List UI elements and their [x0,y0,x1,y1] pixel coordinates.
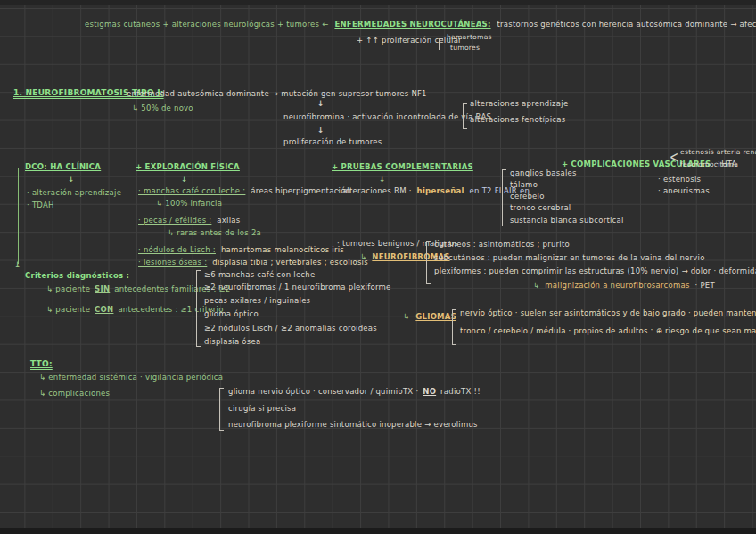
heading-criterios: Criterios diagnósticos : [25,272,129,280]
tto-c1-pre: glioma nervio óptico · conservador / qui… [228,387,418,396]
page-top-edge [0,0,756,5]
brace-vasculares: < [670,148,678,167]
criterio-item: ≥2 nódulos Lisch / ≥2 anomalías coroidea… [204,325,377,333]
brace-neurofibromas [426,241,431,284]
nf1-denovo: ↳ 50% de novo [132,104,193,112]
pruebas-arrow: ↓ [379,175,386,184]
criterio-item: ≥6 manchas café con leche [204,271,315,279]
flow-arrow-1: ↓ [317,99,325,108]
criterio-item: glioma óptico [204,310,259,318]
lisch-label: · nódulos de Lisch : [138,245,216,254]
malignizacion-text: malignización a neurofibrosarcomas [545,281,689,290]
note-canvas[interactable]: estigmas cutáneos + alteraciones neuroló… [0,0,756,534]
connector-line [18,168,19,264]
exploracion-arrow: ↓ [181,175,188,184]
manchas-text: áreas hiperpigmentación [251,186,350,195]
manchas-sub: ↳ 100% infancia [156,200,222,208]
vasculares-item-1: · estenosis [658,176,701,184]
criterio-item: ≥2 neurofibromas / 1 neurofibroma plexif… [204,283,391,292]
pecas-text: axilas [217,216,240,225]
page-bottom-edge [0,528,756,534]
neurocutaneous-title: ENFERMEDADES NEUROCUTÁNEAS: [334,20,490,29]
nf1-intro: enfermedad autosómica dominante → mutaci… [127,90,427,98]
brace-gliomas [452,309,456,345]
criterios-sin: ↳ paciente SIN antecedentes familiares :… [46,285,231,293]
tto-c1-no: NO [423,387,436,396]
nf1-proliferacion: proliferación de tumores [284,138,382,146]
criterios-con-pre: ↳ paciente [46,305,90,314]
gliomas-label: GLIOMAS [415,312,456,321]
criterio-item: pecas axilares / inguinales [204,297,310,305]
vasculares-item-2: · aneurismas [658,187,710,195]
brace-alteraciones [463,103,467,129]
heading-exploracion: + EXPLORACIÓN FÍSICA [136,163,240,171]
connector-arrowhead: ↓ [14,260,21,269]
oseas-label: · lesiones óseas : [138,258,207,267]
pruebas-rm-line: · alteraciones RM · hiperseñal en T2 FLA… [337,187,530,195]
malignizacion-line: ↳ malignización a neurofibrosarcomas · P… [533,282,715,290]
exploracion-item-pecas: · pecas / efélides : axilas [138,217,240,225]
rm-highlight: hiperseñal [417,186,464,195]
pecas-sub: ↳ raras antes de los 2a [168,229,261,237]
nf1-brace-item-2: alteraciones fenotípicas [470,116,565,124]
criterios-sin-keyword: SIN [94,284,110,293]
tto-complicacion-2: cirugía si precisa [228,405,296,413]
dco-item-2: · TDAH [27,201,54,209]
rm-region: sustancia blanca subcortical [510,217,624,225]
nf1-neurofibromina: neurofibromina · activación incontrolada… [284,113,491,121]
vasculares-brace-top: estenosis arteria renal [680,149,756,156]
exploracion-item-lisch: · nódulos de Lisch : hamartomas melanocí… [138,246,344,254]
intro-line-rest: trastornos genéticos con herencia autosó… [497,20,756,29]
rm-pre: · alteraciones RM · [337,186,412,195]
oseas-text: displasia tibia ; vertebrales ; escolios… [212,258,368,267]
dco-arrow: ↓ [68,175,75,184]
hook-arrow: ↳ [533,281,539,290]
exploracion-item-oseas: · lesiones óseas : displasia tibia ; ver… [138,259,368,267]
heading-tto: TTO: [30,360,53,369]
vasculares-brace-bottom: feocromocitoma [680,161,738,168]
tto-item-2: ↳ complicaciones [39,390,110,398]
criterios-con-keyword: CON [94,305,113,314]
nf-item: plexiformes : pueden comprimir las estru… [434,267,756,275]
intro-line: estigmas cutáneos + alteraciones neuroló… [85,21,756,29]
malignizacion-pet: · PET [695,281,715,290]
heading-dco: DCO: HA CLÍNICA [25,163,101,171]
glioma-item: tronco / cerebelo / médula · propios de … [460,327,756,335]
dco-item-1: · alteración aprendizaje [27,189,121,197]
pecas-label: · pecas / efélides : [138,216,211,225]
intro-line-green: estigmas cutáneos + alteraciones neuroló… [85,20,328,29]
tto-complicacion-3: neurofibroma plexiforme sintomático inop… [228,421,478,429]
brace-rm-list [502,169,506,226]
hook-arrow: ↳ [360,252,366,261]
glioma-item: nervio óptico · suelen ser asintomáticos… [460,309,756,317]
flow-arrow-2: ↓ [317,126,325,135]
brace-item-tumores: tumores [450,45,480,52]
criterios-sin-pre: ↳ paciente [46,284,90,293]
criterio-item: displasia ósea [204,338,260,346]
nf1-brace-item-1: alteraciones aprendizaje [470,100,568,108]
brace-criterios-list [196,270,201,347]
brace-hamartomas [439,38,443,50]
hook-arrow: ↳ [403,312,409,321]
rm-region: tronco cerebral [510,204,571,212]
rm-region: cerebelo [510,193,545,201]
tto-complicacion-1: glioma nervio óptico · conservador / qui… [228,388,481,396]
brace-tto [219,388,224,431]
manchas-label: · manchas café con leche : [138,186,245,195]
nf-item: subcutáneos : pueden malignizar en tumor… [434,254,705,262]
nf-item: cutáneos : asintomáticos ; prurito [434,241,570,249]
rm-region: tálamo [510,181,538,189]
lisch-text: hamartomas melanocíticos iris [221,245,344,254]
exploracion-item-manchas: · manchas café con leche : áreas hiperpi… [138,187,350,195]
gliomas-line: ↳ GLIOMAS [403,313,456,321]
tto-item-1: ↳ enfermedad sistémica · vigilancia peri… [39,374,223,382]
rm-region: ganglios basales [510,169,577,177]
heading-pruebas: + PRUEBAS COMPLEMENTARIAS [332,163,473,171]
brace-item-hamartomas: hamartomas [447,34,492,41]
tto-c1-post: radioTX !! [440,387,481,396]
